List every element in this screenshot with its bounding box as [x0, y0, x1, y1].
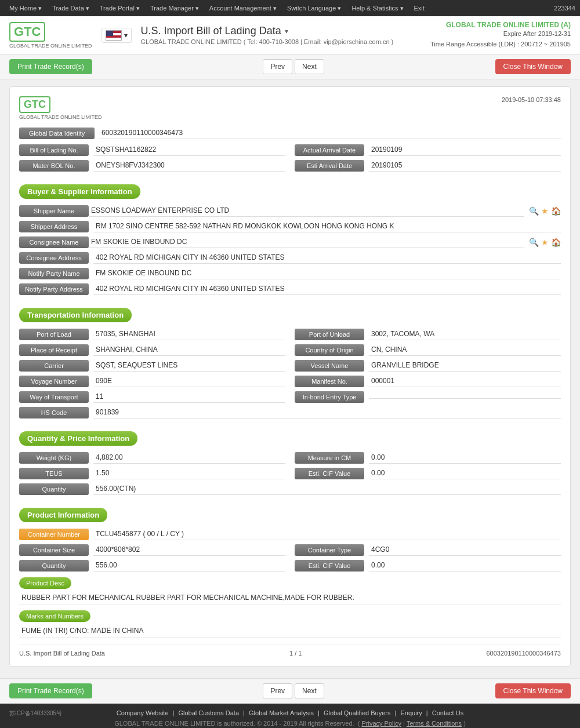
consignee-address-label: Consignee Address [19, 252, 89, 264]
esti-arrival-value: 20190105 [369, 159, 561, 172]
bol-no-label: Bill of Lading No. [19, 144, 89, 156]
country-of-origin-value: CN, CHINA [369, 344, 561, 356]
inbond-entry-label: In-bond Entry Type [295, 391, 364, 403]
close-button[interactable]: Close This Window [495, 59, 571, 74]
footer-company-website[interactable]: Company Website [117, 709, 169, 716]
container-number-label: Container Number [19, 529, 89, 540]
consignee-star-icon[interactable]: ★ [541, 238, 549, 247]
footer-qualified-buyers[interactable]: Global Qualified Buyers [324, 709, 391, 716]
top-action-bar: Print Trade Record(s) Prev Next Close Th… [0, 54, 580, 79]
nav-trade-manager[interactable]: Trade Manager ▾ [146, 2, 204, 14]
shipper-address-row: Shipper Address RM 1702 SINO CENTRE 582-… [19, 220, 561, 232]
shipper-name-value: ESSONS LOADWAY ENTERPRISE CO LTD [89, 205, 524, 217]
product-desc-value: RUBBER PART FOR MECHANICAL RUBBER PART F… [19, 591, 561, 605]
nav-trade-portal[interactable]: Trade Portal ▾ [95, 2, 144, 14]
container-size-value: 4000*806*802 [93, 544, 285, 556]
top-nav: My Home ▾ Trade Data ▾ Trade Portal ▾ Tr… [0, 0, 580, 16]
master-bol-value: ONEYSH8FVJ342300 [93, 159, 285, 172]
place-of-receipt-pair: Place of Receipt SHANGHAI, CHINA [19, 344, 285, 356]
prev-button[interactable]: Prev [263, 59, 292, 74]
product-esti-cif-value: 0.00 [369, 559, 561, 572]
carrier-value: SQST, SEAQUEST LINES [93, 359, 285, 372]
card-footer: U.S. Import Bill of Lading Data 1 / 1 60… [19, 645, 561, 657]
consignee-name-row: Consignee Name FM SKOKIE OE INBOUND DC 🔍… [19, 236, 561, 248]
consignee-home-icon[interactable]: 🏠 [551, 238, 561, 247]
shipper-star-icon[interactable]: ★ [541, 206, 549, 216]
footer-privacy[interactable]: Privacy Policy [361, 720, 401, 727]
shipper-icons: 🔍 ★ 🏠 [529, 206, 561, 216]
time-range: Time Range Accessible (LDR) : 200712 ~ 2… [430, 39, 571, 50]
footer-enquiry[interactable]: Enquiry [400, 709, 422, 716]
esti-arrival-label: Esti Arrival Date [295, 160, 364, 172]
measure-label: Measure in CM [295, 452, 364, 464]
consignee-name-value: FM SKOKIE OE INBOUND DC [89, 236, 524, 248]
shipper-search-icon[interactable]: 🔍 [529, 206, 539, 216]
page-title: U.S. Import Bill of Lading Data ▾ [141, 25, 421, 37]
container-size-pair: Container Size 4000*806*802 [19, 544, 285, 556]
print-button[interactable]: Print Trade Record(s) [9, 59, 92, 74]
teus-cif-row: TEUS 1.50 Esti. CIF Value 0.00 [19, 467, 561, 479]
footer-global-market[interactable]: Global Market Analysis [249, 709, 314, 716]
actual-arrival-value: 20190109 [369, 144, 561, 156]
place-of-receipt-label: Place of Receipt [19, 344, 89, 356]
nav-trade-data[interactable]: Trade Data ▾ [48, 2, 94, 14]
shipper-address-value: RM 1702 SINO CENTRE 582-592 NATHAN RD MO… [93, 220, 561, 232]
footer-terms[interactable]: Terms & Conditions [407, 720, 462, 727]
voyage-number-value: 090E [93, 375, 285, 387]
next-button[interactable]: Next [295, 59, 324, 74]
nav-help-statistics[interactable]: Help & Statistics ▾ [347, 2, 408, 14]
shipper-home-icon[interactable]: 🏠 [551, 206, 561, 216]
quantity-row: Quantity 556.00(CTN) [19, 483, 561, 495]
card-footer-page: 1 / 1 [289, 650, 302, 657]
print-button-bottom[interactable]: Print Trade Record(s) [9, 683, 92, 698]
prev-button-bottom[interactable]: Prev [263, 683, 292, 698]
product-desc-section: Product Desc RUBBER PART FOR MECHANICAL … [19, 575, 561, 605]
consignee-search-icon[interactable]: 🔍 [529, 238, 539, 247]
voyage-number-label: Voyage Number [19, 376, 89, 387]
esti-cif-label: Esti. CIF Value [295, 468, 364, 479]
nav-my-home[interactable]: My Home ▾ [5, 2, 46, 14]
product-esti-cif-pair: Esti. CIF Value 0.00 [295, 559, 561, 572]
container-type-label: Container Type [295, 544, 364, 556]
container-number-row: Container Number TCLU4545877 ( 00 / L / … [19, 528, 561, 540]
navigation-buttons: Prev Next [263, 59, 324, 74]
notify-party-address-label: Notify Party Address [19, 283, 89, 295]
language-selector[interactable]: ▾ [102, 28, 132, 43]
header-title-area: U.S. Import Bill of Lading Data ▾ GLOBAL… [141, 25, 421, 45]
global-data-identity-label: Global Data Identity [19, 128, 95, 139]
teus-pair: TEUS 1.50 [19, 467, 285, 479]
esti-cif-value: 0.00 [369, 467, 561, 479]
shipper-name-label: Shipper Name [19, 205, 89, 217]
notify-party-name-label: Notify Party Name [19, 268, 89, 279]
nav-account-management[interactable]: Account Management ▾ [205, 2, 281, 14]
nav-exit[interactable]: Exit [409, 2, 429, 14]
notify-party-address-value: 402 ROYAL RD MICHIGAN CITY IN 46360 UNIT… [93, 283, 561, 295]
card-logo: GTC GLOBAL TRADE ONLINE LIMITED [19, 96, 102, 120]
marks-numbers-value: FUME (IN TRI) C/NO: MADE IN CHINA [19, 624, 561, 638]
footer-contact[interactable]: Contact Us [432, 709, 463, 716]
port-of-load-label: Port of Load [19, 329, 89, 340]
gtc-logo: GTC [9, 22, 45, 42]
teus-value: 1.50 [93, 467, 285, 479]
icp-number: 苏ICP备14033305号 [9, 709, 62, 718]
title-dropdown-icon[interactable]: ▾ [285, 27, 288, 35]
nav-switch-language[interactable]: Switch Language ▾ [282, 2, 346, 14]
port-of-load-value: 57035, SHANGHAI [93, 328, 285, 340]
vessel-name-value: GRANVILLE BRIDGE [369, 359, 561, 372]
measure-value: 0.00 [369, 452, 561, 464]
product-section-title: Product Information [19, 508, 107, 522]
close-button-bottom[interactable]: Close This Window [495, 683, 571, 698]
footer-global-customs[interactable]: Global Customs Data [179, 709, 240, 716]
page-header: GTC GLOBAL TRADE ONLINE LIMITED ▾ U.S. I… [0, 16, 580, 54]
vessel-name-pair: Vessel Name GRANVILLE BRIDGE [295, 359, 561, 372]
master-bol-label: Mater BOL No. [19, 160, 89, 172]
flag-dropdown-icon: ▾ [124, 31, 128, 39]
way-of-transport-pair: Way of Transport 11 [19, 391, 285, 403]
port-of-load-pair: Port of Load 57035, SHANGHAI [19, 328, 285, 340]
carrier-vessel-row: Carrier SQST, SEAQUEST LINES Vessel Name… [19, 359, 561, 372]
way-of-transport-label: Way of Transport [19, 391, 89, 403]
us-flag-icon [106, 30, 122, 41]
port-of-unload-pair: Port of Unload 3002, TACOMA, WA [295, 328, 561, 340]
next-button-bottom[interactable]: Next [295, 683, 324, 698]
esti-arrival-pair: Esti Arrival Date 20190105 [295, 159, 561, 172]
